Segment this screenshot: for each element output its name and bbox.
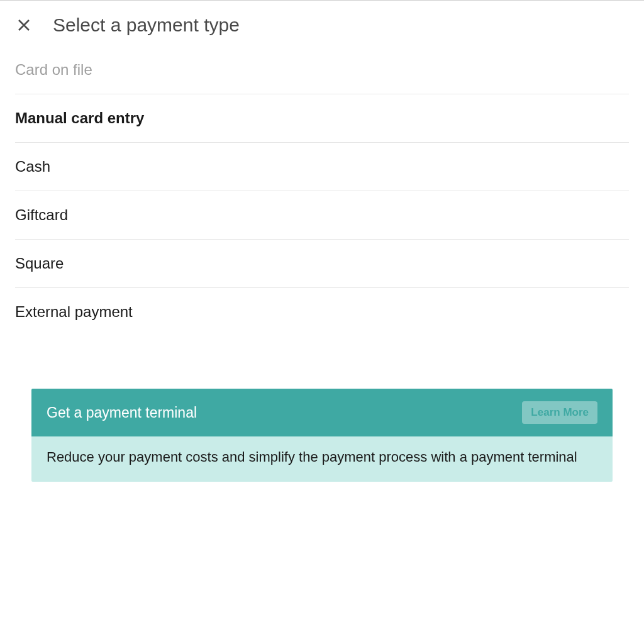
close-icon[interactable] bbox=[15, 16, 33, 34]
promo-header: Get a payment terminal Learn More bbox=[31, 389, 613, 436]
payment-option-label: External payment bbox=[15, 303, 133, 320]
payment-option-card-on-file: Card on file bbox=[15, 53, 629, 94]
payment-option-external-payment[interactable]: External payment bbox=[15, 288, 629, 336]
payment-option-label: Cash bbox=[15, 158, 50, 175]
promo-terminal-card: Get a payment terminal Learn More Reduce… bbox=[31, 389, 613, 482]
payment-option-label: Square bbox=[15, 255, 64, 272]
page-header: Select a payment type bbox=[0, 1, 644, 53]
promo-description: Reduce your payment costs and simplify t… bbox=[47, 448, 597, 467]
payment-type-list: Card on file Manual card entry Cash Gift… bbox=[0, 53, 644, 336]
payment-option-label: Giftcard bbox=[15, 206, 68, 223]
payment-option-giftcard[interactable]: Giftcard bbox=[15, 191, 629, 240]
payment-option-manual-card-entry[interactable]: Manual card entry bbox=[15, 94, 629, 143]
page-title: Select a payment type bbox=[53, 14, 240, 36]
promo-title: Get a payment terminal bbox=[47, 404, 197, 421]
payment-option-label: Manual card entry bbox=[15, 109, 144, 126]
payment-option-label: Card on file bbox=[15, 61, 92, 78]
payment-option-cash[interactable]: Cash bbox=[15, 143, 629, 191]
learn-more-button[interactable]: Learn More bbox=[522, 401, 597, 424]
promo-body: Reduce your payment costs and simplify t… bbox=[31, 436, 613, 482]
payment-option-square[interactable]: Square bbox=[15, 240, 629, 288]
